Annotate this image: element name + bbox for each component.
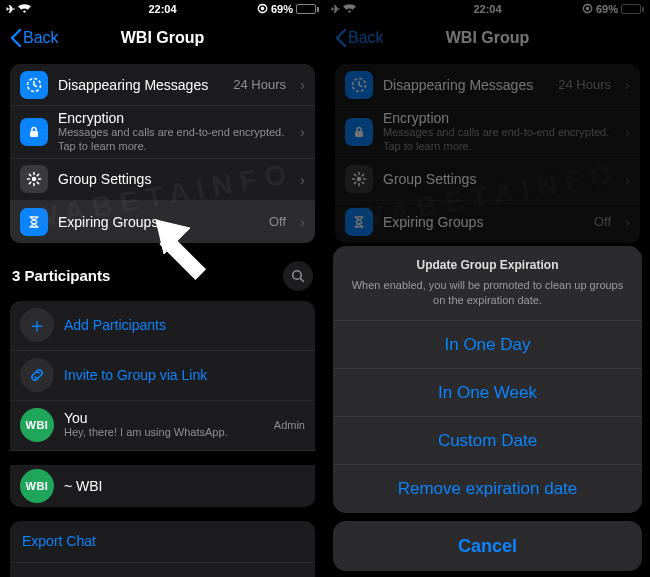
export-chat-button[interactable]: Export Chat bbox=[10, 521, 315, 563]
svg-point-2 bbox=[32, 177, 36, 181]
sheet-subtitle: When enabled, you will be promoted to cl… bbox=[349, 278, 626, 308]
back-button[interactable]: Back bbox=[335, 29, 384, 47]
battery-pct: 69% bbox=[596, 3, 618, 15]
chevron-right-icon: › bbox=[300, 213, 305, 230]
row-label: Encryption bbox=[383, 110, 611, 126]
row-expiring-groups[interactable]: Expiring Groups Off › bbox=[10, 201, 315, 243]
row-label: Expiring Groups bbox=[58, 214, 259, 230]
battery-icon bbox=[296, 4, 319, 14]
row-sub: Messages and calls are end-to-end encryp… bbox=[383, 126, 611, 154]
row-expiring-groups[interactable]: Expiring Groups Off › bbox=[335, 201, 640, 243]
search-icon bbox=[290, 268, 306, 284]
avatar: WBI bbox=[20, 469, 54, 503]
alarm-icon: ⦿ bbox=[257, 3, 268, 15]
wifi-icon bbox=[343, 4, 356, 14]
back-label: Back bbox=[23, 29, 59, 47]
battery-icon bbox=[621, 4, 644, 14]
sheet-header: Update Group Expiration When enabled, yo… bbox=[333, 246, 642, 321]
settings-card: Disappearing Messages 24 Hours › Encrypt… bbox=[10, 64, 315, 243]
row-value: 24 Hours bbox=[233, 77, 286, 92]
phone-left: ✈︎ 22:04 ⦿ 69% Back WBI Group WABETAINFO bbox=[0, 0, 325, 577]
battery-pct: 69% bbox=[271, 3, 293, 15]
nav-bar: Back WBI Group bbox=[325, 18, 650, 58]
nav-bar: Back WBI Group bbox=[0, 18, 325, 58]
chevron-right-icon: › bbox=[625, 76, 630, 93]
role-badge: Admin bbox=[274, 419, 305, 431]
status-bar: ✈︎ 22:04 ⦿ 69% bbox=[0, 0, 325, 18]
timer-icon bbox=[345, 71, 373, 99]
airplane-icon: ✈︎ bbox=[331, 3, 340, 16]
chevron-right-icon: › bbox=[300, 123, 305, 140]
row-label: Expiring Groups bbox=[383, 214, 584, 230]
row-label: Disappearing Messages bbox=[58, 77, 223, 93]
sheet-title: Update Group Expiration bbox=[349, 258, 626, 272]
row-participant-you[interactable]: WBI You Hey, there! I am using WhatsApp.… bbox=[10, 401, 315, 451]
row-label: Invite to Group via Link bbox=[64, 367, 207, 383]
row-label: Group Settings bbox=[383, 171, 611, 187]
participants-header: 3 Participants bbox=[10, 257, 315, 301]
avatar: WBI bbox=[20, 408, 54, 442]
participant-name: ~ WBI bbox=[64, 478, 305, 494]
option-remove-expiration[interactable]: Remove expiration date bbox=[333, 465, 642, 513]
chevron-right-icon: › bbox=[625, 213, 630, 230]
option-one-day[interactable]: In One Day bbox=[333, 321, 642, 369]
lock-icon bbox=[345, 118, 373, 146]
participants-card: ＋ Add Participants Invite to Group via L… bbox=[10, 301, 315, 507]
participant-status: Hey, there! I am using WhatsApp. bbox=[64, 426, 264, 440]
status-bar: ✈︎ 22:04 ⦿ 69% bbox=[325, 0, 650, 18]
page-title: WBI Group bbox=[121, 29, 205, 47]
chevron-right-icon: › bbox=[300, 171, 305, 188]
plus-icon: ＋ bbox=[20, 308, 54, 342]
row-label: Encryption bbox=[58, 110, 286, 126]
svg-point-8 bbox=[357, 177, 361, 181]
alarm-icon: ⦿ bbox=[582, 3, 593, 15]
wifi-icon bbox=[18, 4, 31, 14]
hourglass-icon bbox=[20, 208, 48, 236]
phone-right: ✈︎ 22:04 ⦿ 69% Back WBI Group WABETAINFO bbox=[325, 0, 650, 577]
link-icon bbox=[20, 358, 54, 392]
cancel-button[interactable]: Cancel bbox=[333, 521, 642, 571]
chevron-left-icon bbox=[10, 29, 21, 47]
participants-count: 3 Participants bbox=[12, 267, 110, 284]
row-disappearing[interactable]: Disappearing Messages 24 Hours › bbox=[335, 64, 640, 106]
row-value: Off bbox=[269, 214, 286, 229]
row-label: Group Settings bbox=[58, 171, 286, 187]
clear-chat-button[interactable]: Clear Chat bbox=[10, 563, 315, 578]
row-encryption[interactable]: Encryption Messages and calls are end-to… bbox=[335, 106, 640, 159]
row-participant-wbi[interactable]: WBI ~ WBI bbox=[10, 451, 315, 507]
row-value: 24 Hours bbox=[558, 77, 611, 92]
row-add-participants[interactable]: ＋ Add Participants bbox=[10, 301, 315, 351]
row-value: Off bbox=[594, 214, 611, 229]
row-sub: Messages and calls are end-to-end encryp… bbox=[58, 126, 286, 154]
row-encryption[interactable]: Encryption Messages and calls are end-to… bbox=[10, 106, 315, 159]
row-invite-link[interactable]: Invite to Group via Link bbox=[10, 351, 315, 401]
settings-card: Disappearing Messages 24 Hours › Encrypt… bbox=[335, 64, 640, 243]
lock-icon bbox=[20, 118, 48, 146]
status-time: 22:04 bbox=[148, 3, 176, 15]
airplane-icon: ✈︎ bbox=[6, 3, 15, 16]
chevron-right-icon: › bbox=[300, 76, 305, 93]
chevron-right-icon: › bbox=[625, 123, 630, 140]
option-one-week[interactable]: In One Week bbox=[333, 369, 642, 417]
option-custom-date[interactable]: Custom Date bbox=[333, 417, 642, 465]
chevron-right-icon: › bbox=[625, 171, 630, 188]
participant-name: You bbox=[64, 410, 264, 426]
action-sheet: Update Group Expiration When enabled, yo… bbox=[333, 246, 642, 571]
row-group-settings[interactable]: Group Settings › bbox=[335, 159, 640, 201]
timer-icon bbox=[20, 71, 48, 99]
row-label: Disappearing Messages bbox=[383, 77, 548, 93]
gear-icon bbox=[345, 165, 373, 193]
back-label: Back bbox=[348, 29, 384, 47]
row-group-settings[interactable]: Group Settings › bbox=[10, 159, 315, 201]
chevron-left-icon bbox=[335, 29, 346, 47]
svg-rect-1 bbox=[30, 131, 38, 137]
svg-rect-7 bbox=[355, 131, 363, 137]
gear-icon bbox=[20, 165, 48, 193]
row-disappearing[interactable]: Disappearing Messages 24 Hours › bbox=[10, 64, 315, 106]
back-button[interactable]: Back bbox=[10, 29, 59, 47]
status-time: 22:04 bbox=[473, 3, 501, 15]
actions-card: Export Chat Clear Chat bbox=[10, 521, 315, 578]
search-button[interactable] bbox=[283, 261, 313, 291]
row-label: Add Participants bbox=[64, 317, 166, 333]
page-title: WBI Group bbox=[446, 29, 530, 47]
